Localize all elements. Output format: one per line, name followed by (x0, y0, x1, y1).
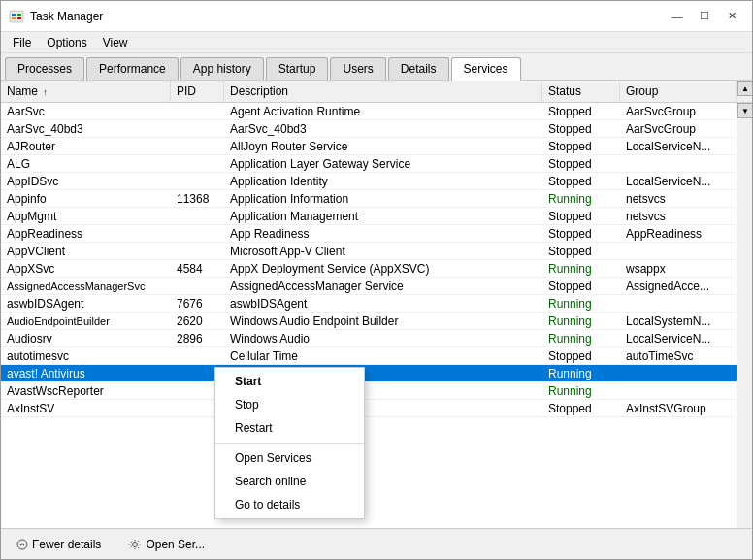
table-row[interactable]: Appinfo 11368 Application Information Ru… (1, 190, 737, 208)
col-header-pid[interactable]: PID (171, 81, 224, 102)
cell-group: AarSvcGroup (620, 104, 737, 119)
cell-group: AxInstSVGroup (620, 401, 737, 416)
cell-pid: 4584 (171, 261, 224, 277)
cell-status: Running (542, 383, 620, 399)
cell-status: Stopped (542, 121, 620, 137)
table-row[interactable]: AppXSvc 4584 AppX Deployment Service (Ap… (1, 260, 737, 278)
app-icon (9, 9, 24, 24)
cell-name: AarSvc (1, 104, 171, 119)
ctx-restart[interactable]: Restart (215, 416, 364, 440)
table-row[interactable]: AarSvc Agent Activation Runtime Stopped … (1, 103, 737, 120)
title-bar-left: Task Manager (9, 9, 103, 24)
cell-group: netsvcs (620, 209, 737, 224)
open-services-button[interactable]: Open Ser... (120, 535, 213, 554)
table-row[interactable]: AppMgmt Application Management Stopped n… (1, 208, 737, 225)
title-bar-controls: — ☐ ✕ (665, 7, 744, 26)
table-row[interactable]: AudioEndpointBuilder 2620 Windows Audio … (1, 313, 737, 330)
cell-desc: AssignedAccessManager Service (224, 279, 542, 294)
tab-processes[interactable]: Processes (5, 57, 84, 80)
table-row[interactable]: aswbIDSAgent 7676 aswbIDSAgent Running (1, 295, 737, 313)
table-row[interactable]: autotimesvc Cellular Time Stopped autoTi… (1, 347, 737, 365)
cell-status: Stopped (542, 244, 620, 259)
selected-row[interactable]: avast! Antivirus Running (1, 365, 737, 382)
col-header-desc[interactable]: Description (224, 81, 542, 102)
tab-startup[interactable]: Startup (266, 57, 329, 80)
menu-options[interactable]: Options (39, 34, 94, 51)
svg-point-6 (133, 542, 138, 546)
svg-rect-3 (12, 17, 16, 19)
cell-desc: Application Management (224, 209, 542, 224)
tab-performance[interactable]: Performance (86, 57, 179, 80)
table-row[interactable]: AppIDSvc Application Identity Stopped Lo… (1, 173, 737, 190)
tab-services[interactable]: Services (451, 57, 521, 81)
cell-pid: 2620 (171, 313, 224, 329)
ctx-search-online[interactable]: Search online (215, 470, 364, 493)
cell-group: LocalServiceN... (620, 331, 737, 346)
table-row[interactable]: AppReadiness App Readiness Stopped AppRe… (1, 225, 737, 243)
cell-desc: aswbIDSAgent (224, 296, 542, 312)
cell-pid (171, 181, 224, 182)
table-row[interactable]: AxInstSV ...stSV) Stopped AxInstSVGroup (1, 400, 737, 417)
cell-name: AarSvc_40bd3 (1, 121, 171, 137)
table-row[interactable]: ALG Application Layer Gateway Service St… (1, 155, 737, 173)
col-header-name[interactable]: Name ↑ (1, 81, 171, 102)
scroll-up-button[interactable]: ▲ (737, 81, 752, 96)
cell-status: Running (542, 296, 620, 312)
table-row[interactable]: AssignedAccessManagerSvc AssignedAccessM… (1, 278, 737, 295)
cell-group (620, 390, 737, 392)
tab-app-history[interactable]: App history (180, 57, 264, 80)
ctx-start[interactable]: Start (215, 370, 364, 393)
cell-name: Appinfo (1, 191, 171, 207)
cell-name: AppIDSvc (1, 174, 171, 189)
table-row[interactable]: Audiosrv 2896 Windows Audio Running Loca… (1, 330, 737, 347)
table-row[interactable]: AJRouter AllJoyn Router Service Stopped … (1, 138, 737, 155)
cell-desc: Windows Audio (224, 331, 542, 346)
cell-name: aswbIDSAgent (1, 296, 171, 312)
cell-status: Running (542, 366, 620, 381)
bottom-bar: Fewer details Open Ser... (1, 528, 752, 559)
fewer-details-label: Fewer details (32, 538, 101, 551)
tab-details[interactable]: Details (388, 57, 449, 80)
rows-container: AarSvc Agent Activation Runtime Stopped … (1, 103, 737, 528)
chevron-up-icon (16, 539, 28, 550)
context-menu: Start Stop Restart Open Services Search … (214, 367, 365, 519)
cell-group: LocalServiceN... (620, 174, 737, 189)
fewer-details-button[interactable]: Fewer details (9, 535, 109, 554)
table-header: Name ↑ PID Description Status Group ▲ (1, 81, 752, 103)
cell-desc: Windows Audio Endpoint Builder (224, 313, 542, 329)
cell-name: autotimesvc (1, 348, 171, 364)
table-row[interactable]: AppVClient Microsoft App-V Client Stoppe… (1, 243, 737, 260)
cell-group (620, 163, 737, 165)
minimize-button[interactable]: — (665, 7, 690, 26)
cell-pid (171, 146, 224, 148)
svg-rect-4 (17, 17, 21, 19)
table-row[interactable]: AarSvc_40bd3 AarSvc_40bd3 Stopped AarSvc… (1, 120, 737, 138)
cell-pid (171, 215, 224, 217)
scroll-down-button[interactable]: ▼ (737, 103, 752, 118)
cell-desc: Application Layer Gateway Service (224, 156, 542, 172)
vertical-scrollbar[interactable]: ▼ (737, 103, 752, 528)
cell-name: ALG (1, 156, 171, 172)
ctx-open-services[interactable]: Open Services (215, 446, 364, 470)
col-header-status[interactable]: Status (542, 81, 620, 102)
cell-desc: AppX Deployment Service (AppXSVC) (224, 261, 542, 277)
cell-desc: Cellular Time (224, 348, 542, 364)
tab-users[interactable]: Users (330, 57, 385, 80)
col-header-group[interactable]: Group (620, 81, 737, 102)
table-body[interactable]: AarSvc Agent Activation Runtime Stopped … (1, 103, 752, 528)
ctx-go-to-details[interactable]: Go to details (215, 493, 364, 516)
cell-name: AppVClient (1, 244, 171, 259)
svg-point-5 (17, 540, 27, 549)
maximize-button[interactable]: ☐ (692, 7, 717, 26)
table-row[interactable]: AvastWscReporter Running (1, 382, 737, 400)
menu-view[interactable]: View (95, 34, 136, 51)
svg-rect-0 (10, 11, 23, 22)
cell-status: Stopped (542, 156, 620, 172)
sort-arrow-icon: ↑ (43, 87, 48, 97)
cell-name: AppXSvc (1, 261, 171, 277)
ctx-stop[interactable]: Stop (215, 393, 364, 416)
close-button[interactable]: ✕ (719, 7, 744, 26)
menu-file[interactable]: File (5, 34, 39, 51)
cell-pid (171, 233, 224, 235)
cell-group: wsappx (620, 261, 737, 277)
